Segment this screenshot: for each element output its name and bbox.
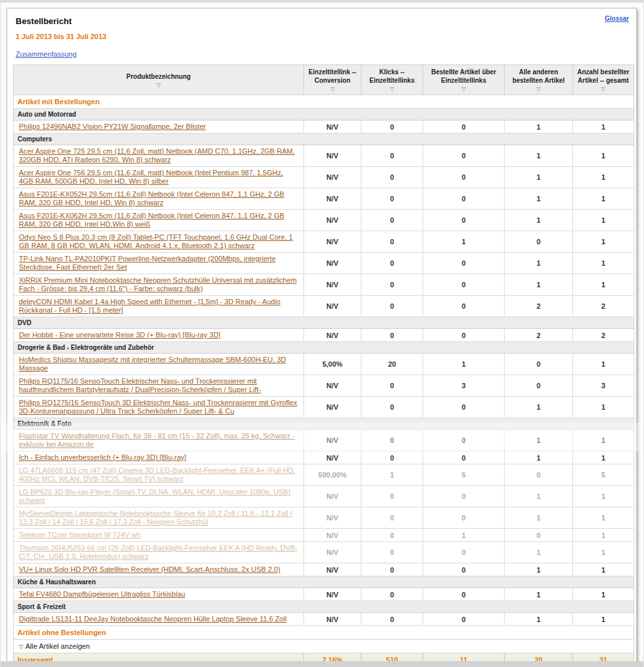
product-link[interactable]: TP-Link Nano TL-PA2010PKIT Powerline-Net… (19, 255, 275, 271)
col-header-label: Bestellte Artikel über Einzeltitellinks (431, 68, 496, 84)
table-row: Digittrade LS131-11 DeeJay Notebooktasch… (14, 613, 634, 626)
show-all-label: Alle Artikel anzeigen (25, 642, 90, 650)
product-link[interactable]: Ich - Einfach unverbesserlich (+ Blu-ray… (19, 453, 186, 461)
product-link[interactable]: Digittrade LS131-11 DeeJay Notebooktasch… (19, 615, 287, 623)
value-cell: 0 (423, 329, 505, 342)
product-link[interactable]: LG 47LA6608 119 cm (47 Zoll) Cinema 3D L… (19, 466, 295, 483)
value-cell: 1 (505, 542, 573, 563)
product-link[interactable]: Asus F201E-KX052H 29,5cm (11,6 Zoll) Net… (19, 190, 285, 206)
value-cell: 0 (423, 210, 505, 231)
category-label: Küche & Haushaltswaren (14, 576, 634, 588)
value-cell: 0 (423, 613, 505, 626)
order-report-panel: Glossar Bestellbericht 1 Juli 2013 bis 3… (7, 8, 637, 667)
value-cell: 1 (573, 486, 634, 507)
value-cell: N/V (304, 231, 361, 253)
table-row: VU+ Linux Solo HD PVR Satelliten Receive… (14, 563, 634, 576)
value-cell: 0 (423, 486, 505, 507)
product-link[interactable]: Philips 12496NAB2 Vision PY21W Signallam… (19, 122, 206, 130)
sort-icon[interactable]: ▽ (425, 86, 502, 92)
value-cell: 1 (573, 613, 634, 626)
product-link[interactable]: Acer Aspire One 756 29,5 cm (11,6 Zoll, … (19, 169, 283, 185)
value-cell: 2 (505, 329, 573, 342)
col-header-andere-artikel[interactable]: Alle anderen bestellten Artikel ▽ (505, 65, 573, 95)
product-link[interactable]: Der Hobbit - Eine unerwartete Reise 3D (… (19, 331, 221, 339)
value-cell: 1 (505, 145, 573, 167)
value-cell: 0 (361, 542, 423, 563)
value-cell: 1 (573, 507, 634, 529)
value-cell: 0 (361, 563, 423, 576)
glossary-link[interactable]: Glossar (605, 15, 629, 22)
value-cell: 0 (361, 167, 423, 188)
product-link[interactable]: Thomson 26HU5253 66 cm (26 Zoll) LED-Bac… (19, 544, 298, 560)
product-link[interactable]: Philips RQ1175/16 SensoTouch Elektrische… (19, 377, 261, 393)
page-bottom-strip (1, 661, 643, 667)
product-link[interactable]: XiRRiX Premium Mini Notebooktasche Neopr… (19, 276, 297, 292)
value-cell: 0 (505, 375, 573, 397)
value-cell: N/V (304, 613, 361, 626)
product-link[interactable]: Flashstar TV Wandhalterung Flach, für 38… (19, 432, 295, 448)
summary-anchor-link[interactable]: Zusammenfassung (16, 50, 77, 58)
value-cell: N/V (304, 397, 361, 418)
sort-icon[interactable]: ▽ (16, 82, 301, 88)
product-link[interactable]: Telekom TCom Speedport W 724V wh (19, 531, 141, 539)
sort-icon[interactable]: ▽ (575, 86, 632, 92)
category-label: Drogerie & Bad - Elektrogeräte und Zubeh… (14, 342, 634, 354)
column-header-row: Produktbezeichnung ▽ Einzeltitellink -- … (14, 65, 634, 95)
product-link[interactable]: MySleeveDesign Laptoptasche Notebooktasc… (19, 509, 292, 526)
value-cell: 0 (361, 507, 423, 529)
table-row: TP-Link Nano TL-PA2010PKIT Powerline-Net… (14, 253, 634, 274)
col-header-klicks[interactable]: Klicks -- Einzeltitellinks ▽ (361, 65, 423, 95)
product-link[interactable]: VU+ Linux Solo HD PVR Satelliten Receive… (19, 565, 280, 573)
expand-icon: ▽ (19, 644, 23, 650)
value-cell: N/V (304, 542, 361, 563)
product-link[interactable]: LG BP620 3D-Blu-ray-Player (Smart-TV, DL… (19, 488, 290, 504)
value-cell: N/V (304, 588, 361, 601)
product-link[interactable]: Asus F201E-KX062H 29,5cm (11,6 Zoll) Net… (19, 212, 285, 228)
value-cell: N/V (304, 274, 361, 296)
value-cell: 1 (573, 451, 634, 464)
col-header-gesamt[interactable]: Anzahl bestellter Artikel -- gesamt ▽ (573, 65, 634, 95)
value-cell: 0 (361, 451, 423, 464)
sort-icon[interactable]: ▽ (363, 86, 421, 92)
product-link[interactable]: Philips RQ1275/16 SensoTouch 3D Elektris… (19, 399, 297, 415)
product-link[interactable]: Odys Neo S 8 Plus 20,3 cm (8 Zoll) Table… (19, 233, 293, 249)
value-cell: N/V (304, 430, 361, 451)
value-cell: N/V (304, 375, 361, 397)
show-all-articles-toggle[interactable]: ▽Alle Artikel anzeigen (14, 640, 634, 653)
value-cell: 5 (573, 464, 634, 486)
value-cell: 0 (423, 451, 505, 464)
table-row: Ich - Einfach unverbesserlich (+ Blu-ray… (14, 451, 634, 464)
sort-icon[interactable]: ▽ (306, 86, 359, 92)
category-row: Sport & Freizeit (14, 601, 634, 613)
value-cell: N/V (304, 507, 361, 529)
product-link[interactable]: deleyCON HDMI Kabel 1.4a High Speed with… (19, 298, 281, 314)
value-cell: 3 (423, 375, 505, 397)
value-cell: 1 (573, 529, 634, 542)
table-row: deleyCON HDMI Kabel 1.4a High Speed with… (14, 296, 634, 317)
table-row: Asus F201E-KX052H 29,5cm (11,6 Zoll) Net… (14, 188, 634, 210)
section-label: Artikel ohne Bestellungen (14, 626, 634, 640)
value-cell: 0 (361, 588, 423, 601)
table-row: Philips 12496NAB2 Vision PY21W Signallam… (14, 121, 634, 134)
value-cell: 3 (573, 375, 634, 397)
value-cell: N/V (304, 296, 361, 317)
value-cell: 1 (505, 486, 573, 507)
category-label: Elektronik & Foto (14, 418, 634, 430)
col-header-label: Produktbezeichnung (126, 73, 191, 80)
col-header-label: Alle anderen bestellten Artikel (512, 68, 565, 84)
product-link[interactable]: HoMedics Shiatsu Massagesitz mit integri… (19, 356, 286, 372)
sort-icon[interactable]: ▽ (507, 86, 570, 92)
value-cell: 1 (573, 253, 634, 274)
value-cell: 0 (423, 296, 505, 317)
value-cell: 1 (423, 529, 505, 542)
col-header-produktbezeichnung[interactable]: Produktbezeichnung ▽ (14, 65, 304, 95)
product-link[interactable]: Tefal FV4680 Dampfbügeleisen Ultragliss … (19, 590, 185, 598)
table-row: HoMedics Shiatsu Massagesitz mit integri… (14, 354, 634, 375)
col-header-conversion[interactable]: Einzeltitellink -- Conversion ▽ (304, 65, 361, 95)
order-report-table: Produktbezeichnung ▽ Einzeltitellink -- … (13, 64, 634, 667)
col-header-bestellte-artikel[interactable]: Bestellte Artikel über Einzeltitellinks … (423, 65, 505, 95)
value-cell: 0 (423, 563, 505, 576)
value-cell: 0 (361, 329, 423, 342)
product-link[interactable]: Acer Aspire One 725 29,5 cm (11,6 Zoll, … (19, 147, 294, 163)
value-cell: 1 (505, 274, 573, 296)
